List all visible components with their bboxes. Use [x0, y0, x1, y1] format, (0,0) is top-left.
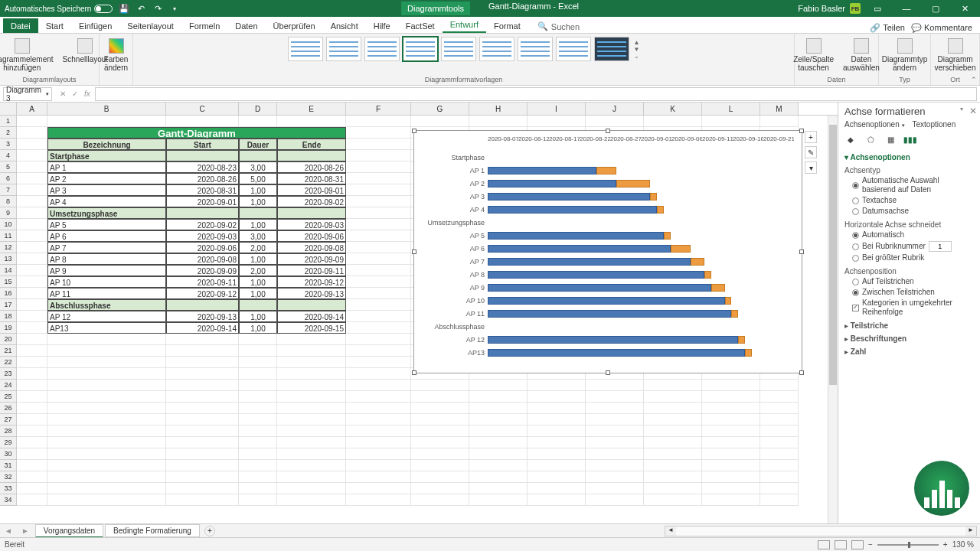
section-ticks[interactable]: ▸ Teilstriche — [844, 321, 974, 330]
cell[interactable]: 2020-09-15 — [277, 322, 346, 334]
cell[interactable] — [17, 403, 47, 414]
cell[interactable] — [644, 403, 702, 414]
row-header[interactable]: 33 — [0, 483, 17, 494]
cell[interactable]: 2020-09-02 — [166, 219, 239, 230]
cell[interactable]: 1,00 — [239, 184, 277, 196]
cell[interactable] — [17, 368, 47, 380]
row-header[interactable]: 31 — [0, 460, 17, 471]
cell[interactable] — [760, 425, 799, 437]
cell[interactable] — [47, 345, 166, 357]
row-header[interactable]: 27 — [0, 414, 17, 425]
cell[interactable] — [760, 460, 799, 471]
cell[interactable] — [47, 380, 166, 391]
cell[interactable] — [166, 460, 239, 471]
sheet-nav-prev-icon[interactable]: ◄ — [0, 527, 17, 535]
cell[interactable] — [17, 242, 47, 253]
cell[interactable] — [586, 403, 644, 414]
cell[interactable]: 2020-09-03 — [166, 230, 239, 242]
cell[interactable] — [644, 460, 702, 471]
share-button[interactable]: 🔗 Teilen — [870, 23, 905, 33]
tab-pagelayout[interactable]: Seitenlayout — [119, 18, 181, 33]
cell[interactable] — [277, 483, 346, 494]
cell[interactable] — [277, 150, 346, 161]
cell[interactable]: Startphase — [47, 150, 166, 161]
cell[interactable] — [239, 460, 277, 471]
cell[interactable] — [346, 403, 411, 414]
cell[interactable] — [47, 483, 166, 494]
cell[interactable] — [469, 403, 528, 414]
cell[interactable]: 1,00 — [239, 196, 277, 207]
cell[interactable] — [760, 483, 799, 494]
cell[interactable] — [166, 357, 239, 368]
cell[interactable] — [17, 265, 47, 276]
cell[interactable] — [411, 460, 469, 471]
cell[interactable] — [528, 471, 586, 483]
cell[interactable] — [277, 437, 346, 448]
pane-menu-icon[interactable]: ▾ — [960, 106, 963, 112]
cell[interactable] — [346, 299, 411, 311]
cell[interactable] — [346, 380, 411, 391]
cell[interactable] — [528, 448, 586, 460]
cell[interactable] — [702, 403, 760, 414]
cell[interactable] — [47, 425, 166, 437]
chart-plot-area[interactable]: StartphaseAP 1AP 2AP 3AP 4Umsetzungsphas… — [423, 151, 792, 365]
cell[interactable] — [346, 150, 411, 161]
tab-insert[interactable]: Einfügen — [71, 18, 119, 33]
cell[interactable]: Abschlussphase — [47, 299, 166, 311]
row-header[interactable]: 18 — [0, 311, 17, 322]
cell[interactable] — [17, 311, 47, 322]
user-avatar[interactable]: FB — [850, 3, 861, 14]
change-colors-button[interactable]: Farben ändern — [101, 37, 132, 73]
change-chart-type-button[interactable]: Diagrammtyp ändern — [879, 37, 930, 73]
cell[interactable] — [586, 425, 644, 437]
select-all-box[interactable] — [0, 103, 17, 116]
cell[interactable] — [346, 196, 411, 207]
cell[interactable] — [47, 391, 166, 403]
cell[interactable] — [166, 448, 239, 460]
cell[interactable] — [277, 345, 346, 357]
row-header[interactable]: 19 — [0, 322, 17, 334]
cell[interactable]: 2,00 — [239, 242, 277, 253]
cell[interactable] — [644, 380, 702, 391]
cell[interactable] — [239, 494, 277, 506]
cell[interactable] — [239, 425, 277, 437]
cell[interactable] — [17, 116, 47, 127]
section-axis-options[interactable]: ▾ Achsenoptionen — [844, 153, 974, 161]
opt-cross-maxcat[interactable]: Bei größter Rubrik — [852, 253, 974, 262]
cell[interactable] — [277, 414, 346, 425]
cell[interactable] — [47, 448, 166, 460]
cell[interactable] — [586, 460, 644, 471]
row-header[interactable]: 13 — [0, 253, 17, 265]
view-normal-icon[interactable] — [818, 540, 830, 549]
cell[interactable] — [239, 299, 277, 311]
col-header[interactable]: I — [528, 103, 586, 115]
cell[interactable] — [469, 460, 528, 471]
cell[interactable] — [17, 494, 47, 506]
resize-handle[interactable] — [606, 129, 610, 133]
cell[interactable] — [166, 425, 239, 437]
cell[interactable]: 2020-09-02 — [277, 196, 346, 207]
qat-more-icon[interactable]: ▾ — [169, 3, 180, 14]
cell[interactable] — [346, 322, 411, 334]
row-header[interactable]: 15 — [0, 276, 17, 288]
collapse-ribbon-icon[interactable]: ⌃ — [971, 76, 977, 83]
cell[interactable] — [411, 494, 469, 506]
cell[interactable]: AP 2 — [47, 173, 166, 184]
cell[interactable] — [702, 437, 760, 448]
row-header[interactable]: 8 — [0, 196, 17, 207]
cell[interactable] — [17, 391, 47, 403]
switch-rowcol-button[interactable]: Zeile/Spalte tauschen — [790, 37, 837, 73]
row-header[interactable]: 24 — [0, 380, 17, 391]
user-name[interactable]: Fabio Basler — [798, 4, 845, 13]
cell[interactable] — [17, 460, 47, 471]
cell[interactable] — [411, 391, 469, 403]
fx-icon[interactable]: fx — [84, 90, 90, 98]
cell[interactable] — [47, 471, 166, 483]
cell[interactable]: 1,00 — [239, 219, 277, 230]
cell[interactable] — [346, 288, 411, 299]
cell[interactable] — [17, 414, 47, 425]
cell[interactable]: AP 3 — [47, 184, 166, 196]
cell[interactable] — [411, 380, 469, 391]
cell[interactable]: 2020-09-12 — [166, 288, 239, 299]
add-chart-element-button[interactable]: Diagrammelement hinzufügen — [0, 37, 57, 73]
